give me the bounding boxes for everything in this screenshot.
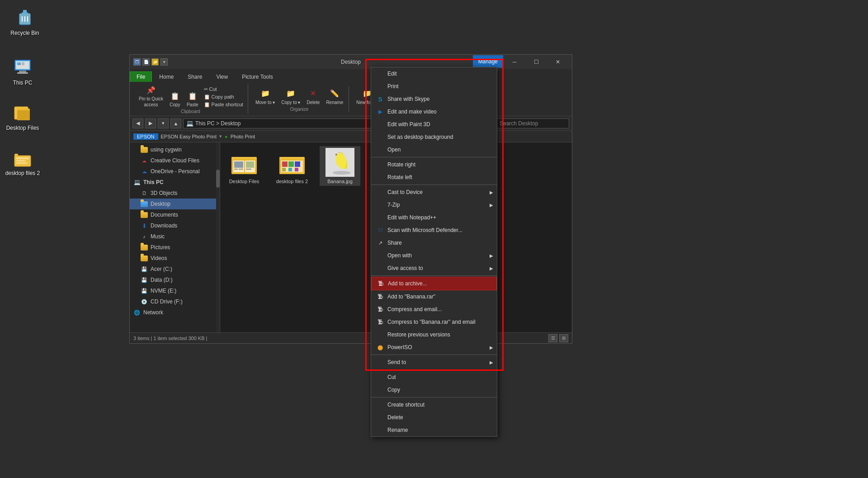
downloads-icon: ⬇	[141, 222, 148, 229]
ctx-item-poweriso[interactable]: ⬤ PowerISO ▶	[371, 341, 497, 354]
tb-btn-3[interactable]: 📁	[151, 58, 159, 66]
ctx-item-notepadpp[interactable]: Edit with Notepad++	[371, 211, 497, 224]
rename-btn[interactable]: ✏️ Rename	[324, 87, 345, 106]
open-with-arrow: ▶	[490, 253, 493, 258]
manage-tab[interactable]: Manage	[473, 55, 503, 68]
ctx-item-share-skype[interactable]: S Share with Skype	[371, 93, 497, 105]
tab-share[interactable]: Share	[181, 71, 209, 82]
sidebar-item-desktop[interactable]: Desktop	[130, 199, 220, 209]
move-to-btn[interactable]: 📁 Move to ▾	[254, 87, 277, 106]
ctx-item-edit-video[interactable]: ▶ Edit and make video	[371, 105, 497, 118]
back-button[interactable]: ◀	[132, 118, 143, 128]
recent-button[interactable]: ▾	[158, 118, 169, 128]
ctx-item-open[interactable]: Open	[371, 143, 497, 156]
sidebar-item-onedrive[interactable]: ☁ OneDrive - Personal	[130, 166, 220, 177]
folder-icon-cygwin	[141, 146, 148, 153]
ctx-item-cast[interactable]: Cast to Device ▶	[371, 186, 497, 199]
ctx-item-open-with[interactable]: Open with ▶	[371, 249, 497, 262]
ctx-item-send-to[interactable]: Send to ▶	[371, 356, 497, 369]
sidebar-item-nvme[interactable]: 💾 NVME (E:)	[130, 285, 220, 296]
ctx-item-give-access[interactable]: Give access to ▶	[371, 262, 497, 274]
sidebar-item-videos[interactable]: Videos	[130, 253, 220, 264]
quick-access-sep: ▾	[219, 133, 222, 139]
ctx-label-add-banana-rar: Add to "Banana.rar"	[387, 293, 435, 300]
sidebar-item-cd-drive[interactable]: 💿 CD Drive (F:)	[130, 296, 220, 307]
paste-btn[interactable]: 📋 Paste	[185, 90, 200, 108]
minimize-button[interactable]: ─	[504, 55, 525, 69]
give-access-arrow: ▶	[490, 266, 493, 271]
rename-icon: ✏️	[329, 88, 340, 99]
file-item-banana[interactable]: Banana.jpg	[320, 146, 360, 186]
sidebar-item-pictures[interactable]: Pictures	[130, 242, 220, 253]
ctx-item-compress-email[interactable]: 🗜 Compress and email...	[371, 303, 497, 316]
forward-button[interactable]: ▶	[145, 118, 156, 128]
desktop-icon-desktop-files-2[interactable]: desktop files 2	[2, 145, 43, 178]
search-box[interactable]: 🔍 Search Desktop	[488, 118, 569, 128]
tab-home[interactable]: Home	[152, 71, 180, 82]
sidebar-label-music: Music	[151, 233, 165, 240]
grid-view-btn[interactable]: ⊞	[559, 334, 568, 342]
desktop-icon-recycle-bin[interactable]: Recycle Bin	[5, 5, 45, 38]
copy-btn[interactable]: 📋 Copy	[168, 90, 182, 108]
sidebar-item-cygwin[interactable]: using cygwin	[130, 144, 220, 155]
sidebar-item-downloads[interactable]: ⬇ Downloads	[130, 220, 220, 231]
sidebar-scrollbar-thumb[interactable]	[216, 170, 220, 188]
desktop-icon-this-pc[interactable]: This PC	[2, 54, 43, 88]
sidebar-item-3d-objects[interactable]: 🗋 3D Objects	[130, 188, 220, 199]
ctx-item-share[interactable]: ↗ Share	[371, 237, 497, 249]
tb-btn-1[interactable]: 🗖	[133, 58, 141, 66]
ctx-item-edit[interactable]: Edit	[371, 67, 497, 80]
ctx-item-print[interactable]: Print	[371, 80, 497, 93]
file-item-desktop-files-2[interactable]: desktop files 2	[272, 146, 312, 186]
sidebar-item-this-pc[interactable]: 💻 This PC	[130, 177, 220, 188]
sidebar-item-data[interactable]: 💾 Data (D:)	[130, 274, 220, 285]
desktop-icon-desktop-files[interactable]: Desktop Files	[2, 99, 43, 133]
cut-btn[interactable]: ✂ Cut	[203, 86, 244, 93]
videos-icon	[141, 255, 148, 262]
ctx-item-restore-versions[interactable]: Restore previous versions	[371, 328, 497, 341]
quick-access-bar: EPSON EPSON Easy Photo Print ▾ ● Photo P…	[130, 131, 572, 142]
sidebar-label-creative-cloud: Creative Cloud Files	[151, 157, 199, 164]
close-button[interactable]: ✕	[547, 55, 568, 69]
ctx-item-copy[interactable]: Copy	[371, 383, 497, 396]
ctx-item-cut[interactable]: Cut	[371, 371, 497, 383]
ctx-item-add-banana-rar[interactable]: 🗜 Add to "Banana.rar"	[371, 290, 497, 303]
maximize-button[interactable]: ☐	[526, 55, 547, 69]
recycle-bin-icon	[14, 6, 36, 28]
sidebar-item-music[interactable]: ♪ Music	[130, 231, 220, 242]
quick-access-app[interactable]: EPSON Easy Photo Print	[161, 134, 217, 139]
sidebar-item-creative-cloud[interactable]: ☁ Creative Cloud Files	[130, 155, 220, 166]
up-button[interactable]: ▲	[170, 118, 181, 128]
copy-path-btn[interactable]: 📋 Copy path	[203, 94, 244, 100]
delete-btn[interactable]: ✕ Delete	[305, 87, 321, 106]
ctx-item-rename[interactable]: Rename	[371, 424, 497, 436]
ctx-item-create-shortcut[interactable]: Create shortcut	[371, 398, 497, 411]
ctx-item-defender[interactable]: 🛡 Scan with Microsoft Defender...	[371, 224, 497, 237]
pin-to-quick-access-btn[interactable]: 📌 Pin to Quick access	[137, 84, 165, 108]
ctx-item-delete[interactable]: Delete	[371, 411, 497, 424]
share-ctx-icon: ↗	[377, 239, 384, 246]
ctx-label-delete: Delete	[387, 414, 403, 421]
tb-btn-4[interactable]: ▾	[160, 58, 168, 66]
ctx-item-paint3d[interactable]: Edit with Paint 3D	[371, 118, 497, 131]
ctx-item-desktop-bg[interactable]: Set as desktop background	[371, 131, 497, 143]
ctx-item-compress-banana-email[interactable]: 🗜 Compress to "Banana.rar" and email	[371, 316, 497, 328]
copy-to-btn[interactable]: 📁 Copy to ▾	[279, 87, 302, 106]
tab-view[interactable]: View	[209, 71, 235, 82]
file-item-desktop-files[interactable]: Desktop Files	[224, 146, 264, 186]
ctx-item-rotate-left[interactable]: Rotate left	[371, 171, 497, 184]
ctx-item-7zip[interactable]: 7-Zip ▶	[371, 199, 497, 211]
list-view-btn[interactable]: ☰	[548, 334, 557, 342]
sidebar-item-documents[interactable]: Documents	[130, 209, 220, 220]
sidebar-item-network[interactable]: 🌐 Network	[130, 307, 220, 318]
ctx-item-add-archive[interactable]: 🗜 Add to archive...	[371, 277, 497, 290]
title-bar: 🗖 📄 📁 ▾ Desktop Manage ─ ☐ ✕	[130, 55, 572, 69]
paste-shortcut-btn[interactable]: 📋 Paste shortcut	[203, 101, 244, 108]
7zip-arrow: ▶	[490, 203, 493, 208]
tab-picture-tools[interactable]: Picture Tools	[235, 71, 279, 82]
sidebar-label-nvme: NVME (E:)	[151, 288, 176, 294]
ctx-item-rotate-right[interactable]: Rotate right	[371, 158, 497, 171]
tb-btn-2[interactable]: 📄	[142, 58, 150, 66]
tab-file[interactable]: File	[130, 71, 152, 82]
sidebar-item-acer[interactable]: 💾 Acer (C:)	[130, 264, 220, 274]
